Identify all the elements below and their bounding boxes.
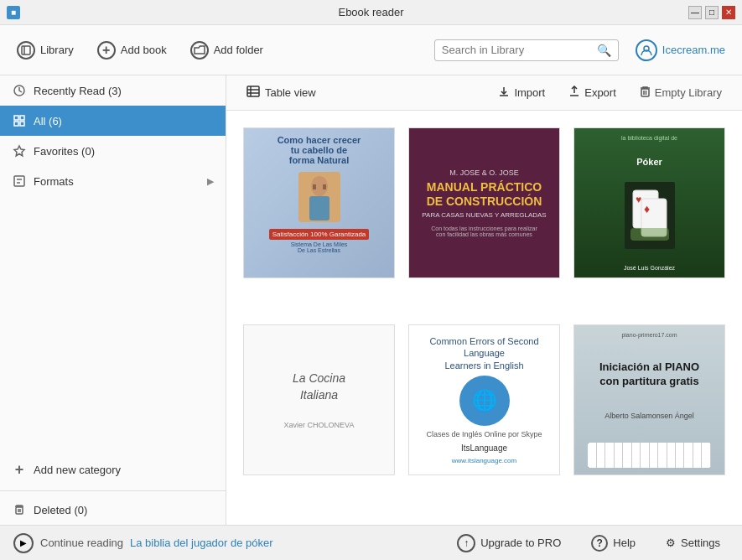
play-button[interactable]: ▶ bbox=[13, 533, 34, 553]
book-card-4[interactable]: La CocinaItaliana Xavier CHOLONEVA bbox=[243, 324, 395, 475]
close-button[interactable]: ✕ bbox=[722, 6, 735, 19]
book6-author: Alberto Salamonsen Ángel bbox=[604, 412, 694, 420]
main-toolbar: Library + Add book Add folder 🔍 Icecream… bbox=[0, 25, 742, 75]
book4-author: Xavier CHOLONEVA bbox=[284, 421, 355, 429]
content-area: Table view Import bbox=[226, 75, 742, 525]
sidebar-item-all[interactable]: All (6) bbox=[0, 106, 226, 136]
import-button[interactable]: Import bbox=[491, 83, 552, 102]
user-button[interactable]: Icecream.me bbox=[629, 36, 732, 65]
svg-rect-25 bbox=[309, 196, 329, 220]
svg-rect-5 bbox=[20, 116, 24, 120]
help-icon: ? bbox=[591, 535, 608, 552]
svg-rect-4 bbox=[14, 116, 18, 120]
svg-text:♥: ♥ bbox=[636, 194, 641, 205]
content-toolbar: Table view Import bbox=[226, 75, 742, 111]
add-book-icon: + bbox=[97, 41, 116, 60]
import-icon bbox=[498, 86, 510, 100]
book5-circle: 🌐 bbox=[459, 376, 510, 426]
app-icon: ■ bbox=[7, 6, 20, 19]
deleted-label: Deleted (0) bbox=[34, 504, 87, 516]
book-cover-6: piano-primero17.com Iniciación al PIANOc… bbox=[574, 325, 724, 474]
book3-image: ♥ ♦ bbox=[625, 182, 675, 249]
sidebar-item-formats[interactable]: Formats ▶ bbox=[0, 166, 226, 196]
import-label: Import bbox=[514, 86, 545, 99]
search-box[interactable]: 🔍 bbox=[434, 39, 619, 61]
book-cover-4: La CocinaItaliana Xavier CHOLONEVA bbox=[244, 325, 394, 474]
search-input[interactable] bbox=[442, 44, 592, 56]
sidebar-item-recently-read[interactable]: Recently Read (3) bbox=[0, 75, 226, 106]
deleted-icon bbox=[12, 503, 27, 516]
maximize-button[interactable]: □ bbox=[705, 6, 719, 19]
table-view-label: Table view bbox=[265, 86, 316, 99]
main-layout: Recently Read (3) All (6) Favorites (0) bbox=[0, 75, 742, 525]
continue-text: Continue reading bbox=[40, 537, 123, 549]
sidebar-item-deleted[interactable]: Deleted (0) bbox=[0, 495, 226, 525]
svg-rect-21 bbox=[641, 89, 649, 96]
sidebar-item-add-category[interactable]: + Add new category bbox=[0, 453, 226, 487]
upgrade-label: Upgrade to PRO bbox=[480, 537, 561, 549]
add-category-label: Add new category bbox=[34, 464, 121, 476]
book1-badge: Satisfacción 100% Garantizada bbox=[269, 229, 370, 240]
search-icon: 🔍 bbox=[597, 44, 611, 57]
help-label: Help bbox=[613, 537, 636, 549]
book6-url: piano-primero17.com bbox=[621, 332, 677, 338]
help-button[interactable]: ? Help bbox=[583, 531, 644, 555]
book2-desc: Con todas las instrucciones para realiza… bbox=[431, 226, 537, 237]
book-card-2[interactable]: M. JOSE & O. JOSE MANUAL PRÁCTICODE CONS… bbox=[408, 127, 560, 278]
recently-read-label: Recently Read (3) bbox=[34, 85, 122, 97]
bottom-bar: ▶ Continue reading La biblia del jugador… bbox=[0, 525, 742, 560]
svg-rect-26 bbox=[313, 184, 316, 189]
settings-button[interactable]: ⚙ Settings bbox=[657, 533, 729, 552]
book5-title: Common Errors of Second LanguageLearners… bbox=[419, 335, 549, 371]
library-button[interactable]: Library bbox=[10, 38, 80, 63]
settings-label: Settings bbox=[681, 537, 720, 549]
book3-title: Póker bbox=[636, 157, 662, 167]
svg-text:♦: ♦ bbox=[644, 202, 650, 215]
export-icon bbox=[568, 86, 580, 100]
svg-marker-8 bbox=[14, 146, 24, 156]
svg-rect-12 bbox=[16, 507, 23, 514]
book-card-1[interactable]: Como hacer crecertu cabello deforma Natu… bbox=[243, 127, 395, 278]
app-icon-letter: ■ bbox=[11, 8, 16, 17]
favorites-label: Favorites (0) bbox=[34, 145, 95, 158]
add-folder-button[interactable]: Add folder bbox=[184, 38, 270, 63]
svg-rect-7 bbox=[20, 122, 24, 126]
book2-sub: PARA CASAS NUEVAS Y ARREGLADAS bbox=[422, 211, 546, 219]
empty-library-button[interactable]: Empty Library bbox=[633, 83, 729, 102]
all-books-icon bbox=[12, 114, 27, 127]
add-book-button[interactable]: + Add book bbox=[91, 38, 174, 63]
book5-url: www.itslanguage.com bbox=[452, 457, 516, 464]
empty-library-label: Empty Library bbox=[655, 86, 722, 99]
library-icon bbox=[17, 41, 35, 60]
bottom-right: ↑ Upgrade to PRO ? Help ⚙ Settings bbox=[449, 531, 729, 556]
book-cover-5: Common Errors of Second LanguageLearners… bbox=[409, 325, 559, 474]
export-button[interactable]: Export bbox=[562, 83, 623, 102]
user-icon bbox=[636, 39, 657, 61]
book1-person bbox=[298, 172, 340, 222]
book-cover-1: Como hacer crecertu cabello deforma Natu… bbox=[244, 128, 394, 277]
recently-read-icon bbox=[12, 84, 27, 97]
trash-icon bbox=[640, 86, 651, 100]
continue-book-title[interactable]: La biblia del jugador de póker bbox=[130, 537, 273, 549]
sidebar: Recently Read (3) All (6) Favorites (0) bbox=[0, 75, 226, 525]
book3-footer: José Luis González bbox=[624, 265, 675, 271]
minimize-button[interactable]: — bbox=[688, 6, 702, 19]
user-label: Icecream.me bbox=[662, 44, 725, 56]
book3-header: la biblioteca digital de bbox=[621, 135, 677, 141]
upgrade-button[interactable]: ↑ Upgrade to PRO bbox=[449, 531, 569, 556]
book-card-6[interactable]: piano-primero17.com Iniciación al PIANOc… bbox=[573, 324, 725, 475]
table-view-button[interactable]: Table view bbox=[240, 83, 323, 102]
svg-rect-6 bbox=[14, 122, 18, 126]
book6-title: Iniciación al PIANOcon partitura gratis bbox=[599, 360, 699, 389]
title-bar: ■ Ebook reader — □ ✕ bbox=[0, 0, 742, 25]
content-actions: Import Export bbox=[491, 83, 729, 102]
book-cover-2: M. JOSE & O. JOSE MANUAL PRÁCTICODE CONS… bbox=[409, 128, 559, 277]
export-label: Export bbox=[584, 86, 616, 99]
svg-rect-15 bbox=[247, 86, 259, 96]
book-card-3[interactable]: la biblioteca digital de Póker ♥ ♦ bbox=[573, 127, 725, 278]
book-cover-3: la biblioteca digital de Póker ♥ ♦ bbox=[574, 128, 724, 277]
add-book-label: Add book bbox=[121, 44, 167, 56]
all-label: All (6) bbox=[34, 115, 62, 127]
book-card-5[interactable]: Common Errors of Second LanguageLearners… bbox=[408, 324, 560, 475]
sidebar-item-favorites[interactable]: Favorites (0) bbox=[0, 136, 226, 166]
